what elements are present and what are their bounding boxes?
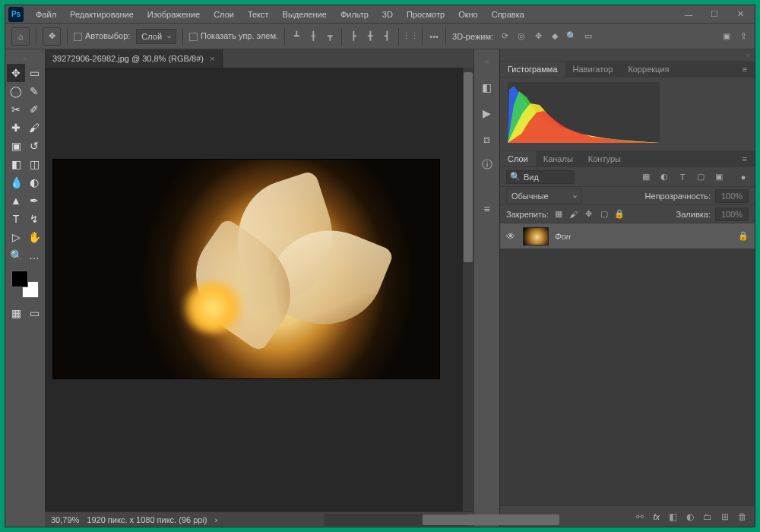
- eraser-tool[interactable]: ◧: [7, 155, 25, 173]
- tab-paths[interactable]: Контуры: [581, 151, 629, 166]
- layer-fx-icon[interactable]: fx: [653, 511, 660, 522]
- autoselect-check[interactable]: Автовыбор:: [74, 31, 130, 41]
- dodge-tool[interactable]: ◐: [25, 173, 43, 192]
- tab-navigator[interactable]: Навигатор: [565, 62, 621, 77]
- menu-layers[interactable]: Слои: [207, 8, 240, 21]
- canvas[interactable]: [52, 159, 440, 379]
- vertical-scrollbar[interactable]: [463, 68, 473, 511]
- 3d-roll-icon[interactable]: ◎: [516, 31, 527, 42]
- strip-expand-icon[interactable]: «: [480, 54, 495, 69]
- crop-tool[interactable]: ✂: [7, 100, 25, 119]
- fill-field[interactable]: 100%: [715, 207, 749, 221]
- tab-histogram[interactable]: Гистограмма: [500, 62, 565, 77]
- align-left-icon[interactable]: ┣: [348, 31, 359, 42]
- move-tool-icon[interactable]: ✥: [43, 27, 61, 46]
- quick-select-tool[interactable]: ✎: [25, 82, 43, 100]
- more-align-icon[interactable]: •••: [429, 31, 439, 42]
- gradient-tool[interactable]: ◫: [25, 155, 43, 173]
- align-right-icon[interactable]: ┫: [382, 31, 392, 42]
- strip-3d-icon[interactable]: ⧈: [480, 131, 495, 147]
- layer-thumbnail[interactable]: [523, 227, 549, 245]
- menu-3d[interactable]: 3D: [376, 8, 399, 21]
- align-hcenter-icon[interactable]: ╋: [365, 31, 375, 42]
- toolbox-handle[interactable]: »: [21, 52, 29, 64]
- minimize-button[interactable]: ―: [676, 5, 701, 24]
- brush-tool[interactable]: 🖌: [25, 119, 43, 137]
- menu-help[interactable]: Справка: [486, 8, 530, 21]
- screenmode-tool[interactable]: ▭: [25, 304, 43, 322]
- history-brush-tool[interactable]: ↺: [25, 137, 43, 155]
- distribute-icon[interactable]: ⋮⋮: [405, 31, 416, 42]
- new-layer-icon[interactable]: ⊞: [721, 511, 729, 522]
- marquee-tool[interactable]: ▭: [25, 64, 43, 82]
- align-bottom-icon[interactable]: ┳: [325, 31, 335, 42]
- lock-all-icon[interactable]: 🔒: [614, 209, 625, 220]
- healing-tool[interactable]: ✚: [7, 119, 25, 137]
- group-icon[interactable]: 🗀: [703, 511, 712, 522]
- layer-filter-dropdown[interactable]: 🔍 Вид: [506, 170, 575, 184]
- horizontal-scrollbar[interactable]: [324, 514, 467, 526]
- delete-layer-icon[interactable]: 🗑: [738, 511, 747, 522]
- 3d-zoom-icon[interactable]: 🔍: [566, 31, 577, 42]
- menu-window[interactable]: Окно: [452, 8, 484, 21]
- autoselect-target-dropdown[interactable]: Слой: [136, 29, 176, 44]
- home-icon[interactable]: ⌂: [11, 27, 30, 46]
- hand-tool[interactable]: ✋: [25, 228, 43, 246]
- filter-smart-icon[interactable]: ▣: [714, 172, 724, 182]
- path-select-tool[interactable]: ↯: [25, 210, 43, 228]
- show-controls-check[interactable]: Показать упр. элем.: [189, 31, 278, 41]
- zoom-tool[interactable]: 🔍: [7, 246, 25, 264]
- strip-play-icon[interactable]: ▶: [480, 106, 495, 121]
- menu-image[interactable]: Изображение: [141, 8, 206, 21]
- color-swatches[interactable]: [10, 269, 40, 299]
- align-top-icon[interactable]: ┻: [291, 31, 302, 42]
- menu-file[interactable]: Файл: [30, 8, 62, 21]
- layer-lock-icon[interactable]: 🔒: [738, 231, 749, 241]
- filter-pixel-icon[interactable]: ▦: [641, 172, 651, 182]
- blend-mode-dropdown[interactable]: Обычные: [506, 188, 582, 204]
- eyedropper-tool[interactable]: ✐: [25, 100, 43, 119]
- more-tool[interactable]: …: [25, 246, 43, 264]
- doc-dims[interactable]: 1920 пикс. x 1080 пикс. (96 ppi): [87, 515, 207, 524]
- layer-row[interactable]: 👁 Фон 🔒: [500, 223, 755, 249]
- menu-edit[interactable]: Редактирование: [64, 8, 140, 21]
- stamp-tool[interactable]: ▣: [7, 137, 25, 155]
- 3d-pan-icon[interactable]: ✥: [533, 31, 543, 42]
- filter-type-icon[interactable]: T: [677, 172, 688, 182]
- tab-channels[interactable]: Каналы: [536, 151, 581, 166]
- close-tab-icon[interactable]: ×: [210, 54, 214, 63]
- tab-correction[interactable]: Коррекция: [620, 62, 676, 77]
- status-arrow-icon[interactable]: ›: [215, 515, 218, 524]
- layer-mask-icon[interactable]: ◧: [669, 511, 677, 522]
- move-tool[interactable]: ✥: [7, 64, 25, 82]
- type-tool[interactable]: T: [7, 210, 25, 228]
- lasso-tool[interactable]: ◯: [7, 82, 25, 100]
- 3d-slide-icon[interactable]: ◆: [549, 31, 560, 42]
- layer-name[interactable]: Фон: [555, 232, 571, 241]
- maximize-button[interactable]: ☐: [701, 5, 727, 24]
- quickmask-tool[interactable]: ▦: [7, 304, 25, 322]
- strip-layers-icon[interactable]: ≡: [480, 201, 495, 217]
- frame-icon[interactable]: ▣: [721, 31, 732, 42]
- share-icon[interactable]: ⇪: [738, 31, 749, 42]
- blur-tool[interactable]: 💧: [7, 173, 25, 192]
- filter-toggle-icon[interactable]: ●: [738, 172, 749, 182]
- layers-panel-menu-icon[interactable]: ≡: [735, 151, 755, 166]
- 3d-scale-icon[interactable]: ▭: [583, 31, 594, 42]
- adjustment-layer-icon[interactable]: ◐: [686, 511, 694, 522]
- document-tab[interactable]: 39272906-26982.jpg @ 30,8% (RGB/8#) ×: [45, 49, 223, 68]
- direct-select-tool[interactable]: ▷: [7, 228, 25, 246]
- histogram-panel-menu-icon[interactable]: ≡: [735, 62, 755, 77]
- filter-adjustment-icon[interactable]: ◐: [659, 172, 670, 182]
- panels-collapse-icon[interactable]: »: [500, 49, 755, 61]
- histogram-plot[interactable]: [508, 82, 660, 143]
- menu-view[interactable]: Просмотр: [401, 8, 451, 21]
- filter-shape-icon[interactable]: ▢: [695, 172, 706, 182]
- pen-tool[interactable]: ✒: [25, 192, 43, 210]
- lock-brush-icon[interactable]: 🖌: [568, 209, 579, 220]
- layer-visibility-icon[interactable]: 👁: [506, 231, 517, 242]
- align-vcenter-icon[interactable]: ╂: [308, 31, 318, 42]
- link-layers-icon[interactable]: ⚯: [636, 511, 644, 522]
- close-button[interactable]: ✕: [727, 5, 753, 24]
- shape-tool[interactable]: ▲: [7, 192, 25, 210]
